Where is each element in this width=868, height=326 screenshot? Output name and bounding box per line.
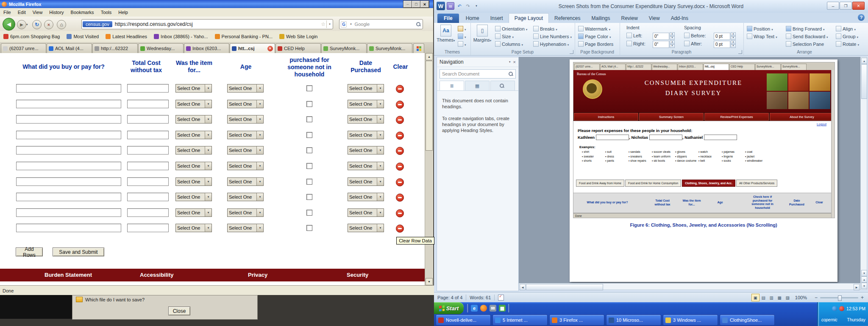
page-indicator[interactable]: Page: 4 of 4 [437, 295, 462, 300]
minimize-button[interactable] [403, 1, 412, 8]
total-cost-input[interactable] [127, 177, 169, 186]
date-purchased-select[interactable]: Select One [348, 224, 384, 232]
show-desktop-icon[interactable]: ▦ [499, 305, 506, 312]
menu-item[interactable]: View [29, 9, 46, 16]
zoom-out-icon[interactable]: − [815, 295, 818, 301]
total-cost-input[interactable] [127, 84, 169, 93]
browse-results-tab[interactable] [490, 81, 515, 90]
item-description-input[interactable] [16, 224, 121, 232]
scroll-left-icon[interactable]: ◀ [520, 284, 526, 290]
scroll-down-icon[interactable] [426, 278, 433, 285]
item-for-select[interactable]: Select One [175, 208, 212, 217]
clock-day[interactable]: Thursday [847, 317, 865, 322]
start-button[interactable]: Start [434, 302, 464, 314]
indent-right-stepper[interactable]: 0"▲▼ [653, 40, 675, 48]
not-in-household-checkbox[interactable] [306, 163, 312, 169]
print-layout-view-icon[interactable] [751, 294, 760, 301]
tray-network-icon[interactable] [832, 306, 837, 311]
restore-button[interactable] [840, 2, 852, 10]
send-backward-button[interactable]: Send Backward [786, 33, 828, 39]
close-dialog-button[interactable]: Close [168, 306, 190, 315]
theme-fonts-button[interactable] [458, 33, 466, 39]
not-in-household-checkbox[interactable] [306, 210, 312, 216]
address-bar[interactable]: census.gov [81, 19, 333, 29]
date-purchased-select[interactable]: Select One [348, 84, 384, 93]
scroll-down-icon[interactable]: ▼ [861, 270, 867, 276]
age-select[interactable]: Select One [227, 84, 264, 93]
date-purchased-select[interactable]: Select One [348, 193, 384, 201]
total-cost-input[interactable] [127, 115, 169, 124]
position-button[interactable]: Position [747, 25, 773, 32]
clear-row-button[interactable] [396, 116, 404, 124]
tab-close-icon[interactable] [267, 46, 273, 51]
not-in-household-checkbox[interactable] [306, 116, 312, 122]
ribbon-tab[interactable]: File [437, 14, 459, 23]
save-icon[interactable] [447, 2, 454, 10]
margins-button[interactable]: Margins [472, 25, 492, 42]
date-purchased-select[interactable]: Select One [348, 100, 384, 108]
partial-tab[interactable] [413, 43, 424, 53]
scroll-right-icon[interactable]: ▶ [854, 284, 860, 290]
help-icon[interactable] [858, 14, 865, 21]
item-for-select[interactable]: Select One [175, 131, 212, 139]
refresh-button[interactable] [32, 20, 42, 29]
theme-colors-button[interactable] [458, 25, 466, 32]
menu-item[interactable]: Bookmarks [67, 9, 97, 16]
ribbon-tab[interactable]: Page Layout [509, 13, 549, 23]
fullscreen-view-icon[interactable] [760, 294, 768, 301]
not-in-household-checkbox[interactable] [306, 147, 312, 153]
clear-row-button[interactable] [396, 178, 404, 186]
nav-pane-close-icon[interactable] [513, 59, 516, 65]
browser-tab[interactable]: CED Help [275, 43, 321, 53]
item-for-select[interactable]: Select One [175, 193, 212, 201]
size-button[interactable]: Size [495, 33, 514, 39]
age-select[interactable]: Select One [227, 115, 264, 124]
browser-tab[interactable]: AOL Mail (4... [47, 43, 92, 53]
menu-item[interactable]: History [46, 9, 67, 16]
clear-row-button[interactable] [396, 225, 404, 233]
page-borders-button[interactable]: Page Borders [578, 41, 613, 47]
search-input[interactable] [354, 21, 416, 27]
taskbar-window-button[interactable]: ClothingShoe... [720, 315, 775, 326]
mail-icon[interactable]: ✉ [490, 305, 496, 312]
age-select[interactable]: Select One [227, 208, 264, 217]
page-color-button[interactable]: Page Color [578, 33, 611, 39]
browser-tab[interactable]: Inbox (6203... [184, 43, 229, 53]
copernic-tray-label[interactable]: copernic [821, 318, 837, 322]
page-setup-dialog-launcher-icon[interactable] [570, 50, 573, 54]
browser-tab[interactable]: htt...csj [230, 43, 275, 53]
search-document-input[interactable] [440, 71, 508, 77]
bookmark-star-icon[interactable] [321, 21, 326, 27]
hyphenation-button[interactable]: Hyphenation [533, 41, 569, 47]
previous-page-icon[interactable]: ▲ [861, 276, 867, 283]
url-input[interactable] [114, 21, 321, 28]
forward-button[interactable] [17, 20, 26, 29]
orientation-button[interactable]: Orientation [495, 25, 527, 32]
total-cost-input[interactable] [127, 224, 169, 232]
total-cost-input[interactable] [127, 208, 169, 217]
stop-button[interactable] [44, 20, 53, 29]
theme-effects-button[interactable] [458, 41, 466, 47]
bookmark-item[interactable]: Latest Headlines [106, 34, 147, 39]
date-purchased-select[interactable]: Select One [348, 177, 384, 186]
menu-item[interactable]: Help [115, 9, 131, 16]
scrollbar-thumb[interactable] [861, 64, 867, 99]
line-numbers-button[interactable]: Line Numbers [533, 33, 572, 39]
bookmark-item[interactable]: 6pm.com Shopping Bag [3, 34, 60, 39]
taskbar-window-button[interactable]: 3 Firefox ... [549, 315, 604, 326]
browser-tab[interactable]: Wednesday... [138, 43, 184, 53]
paragraph-dialog-launcher-icon[interactable] [738, 50, 742, 54]
item-description-input[interactable] [16, 115, 121, 124]
not-in-household-checkbox[interactable] [306, 225, 312, 231]
ribbon-tab[interactable]: Mailings [586, 14, 615, 23]
next-page-icon[interactable]: ▼ [861, 283, 867, 289]
total-cost-input[interactable] [127, 193, 169, 201]
selection-pane-button[interactable]: Selection Pane [786, 41, 824, 47]
embedded-screenshot-image[interactable]: (62037 unre...AOL Mail (4...http:/...623… [573, 62, 835, 218]
date-purchased-select[interactable]: Select One [348, 131, 384, 139]
close-button[interactable] [852, 2, 865, 10]
ribbon-tab[interactable]: View [643, 14, 665, 23]
zoom-level[interactable]: 100% [795, 295, 807, 300]
burden-statement-link[interactable]: Burden Statement [45, 272, 92, 278]
taskbar-window-button[interactable]: Novell-delive... [436, 315, 491, 326]
